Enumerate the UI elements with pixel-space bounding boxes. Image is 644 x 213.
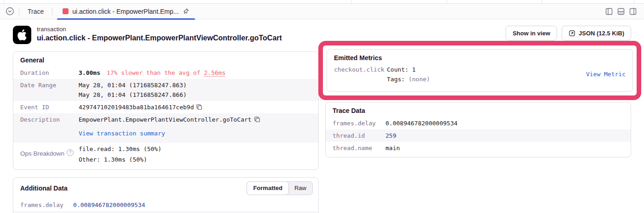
date-range-end: May 28, 01:04 (1716858247.866)	[79, 90, 311, 100]
show-in-view-button[interactable]: Show in view	[506, 26, 557, 40]
show-in-view-label: Show in view	[512, 30, 550, 37]
row-frames-delay: frames.delay 0.008946782000009534	[13, 199, 318, 211]
metric-name: checkout.click	[334, 65, 387, 75]
thread-id-key: thread.id	[333, 131, 385, 140]
column-divider	[351, 0, 352, 3]
column-divider	[542, 0, 542, 3]
event-id-value: 429747102019483ba81ba164617ceb9d	[79, 104, 194, 111]
layout-bottom-icon	[617, 8, 625, 15]
chevron-down-circle-icon	[6, 7, 14, 16]
row-ops-breakdown: Ops Breakdown ? file.read: 1.30ms (50%) …	[13, 143, 318, 167]
column-divider	[634, 0, 634, 3]
column-divider	[447, 0, 447, 3]
additional-data-title: Additional Data	[20, 185, 68, 192]
right-column: Emitted Metrics checkout.click Count: 1 …	[325, 51, 631, 157]
drawer-layout-controls	[605, 8, 637, 15]
view-transaction-summary-link[interactable]: View transaction summary	[79, 130, 165, 137]
date-range-key: Date Range	[20, 80, 79, 100]
additional-data-card: Additional Data Formatted Raw frames.del…	[13, 177, 319, 213]
description-key: Description	[20, 115, 79, 138]
dock-left-button[interactable]	[605, 8, 613, 15]
row-thread-id: thread.id 259	[13, 211, 318, 213]
general-card: General Duration 3.00ms17% slower than t…	[13, 51, 319, 170]
general-title: General	[13, 52, 318, 67]
layout-right-icon	[629, 8, 637, 15]
emitted-metrics-card: Emitted Metrics checkout.click Count: 1 …	[327, 49, 633, 92]
row-description: Description EmpowerPlant.EmpowerPlantVie…	[13, 113, 318, 143]
trace-data-title: Trace Data	[326, 102, 631, 117]
page-title: ui.action.click - EmpowerPlant.EmpowerPl…	[37, 34, 282, 42]
json-download-button[interactable]: JSON (12.5 KiB)	[562, 26, 631, 40]
emitted-metrics-title: Emitted Metrics	[327, 50, 632, 64]
frames-delay-value: 0.008946782000009534	[385, 118, 624, 128]
format-toggle: Formatted Raw	[247, 181, 313, 195]
view-metric-link[interactable]: View Metric	[586, 70, 626, 79]
row-frames-delay: frames.delay 0.008946782000009534	[326, 117, 631, 129]
row-duration: Duration 3.00ms17% slower than the avg o…	[13, 67, 318, 79]
event-type-label: transaction	[37, 26, 282, 33]
ops-breakdown-file-read: file.read: 1.30ms (50%)	[79, 144, 311, 155]
event-id-key: Event ID	[20, 102, 79, 112]
duration-key: Duration	[20, 68, 79, 78]
tab-transaction-active[interactable]: ui.action.click - EmpowerPlant.Emp...	[57, 4, 195, 19]
row-thread-id: thread.id 259	[326, 129, 631, 142]
help-icon[interactable]: ?	[67, 149, 74, 156]
raw-toggle-option[interactable]: Raw	[288, 182, 312, 195]
annotation-highlight: Emitted Metrics checkout.click Count: 1 …	[318, 41, 641, 100]
copy-icon	[196, 104, 202, 110]
row-date-range: Date Range May 28, 01:04 (1716858247.863…	[13, 79, 318, 101]
duration-avg-value[interactable]: 2.56ms	[204, 69, 225, 76]
collapse-drawer-button[interactable]	[6, 7, 14, 16]
thread-name-key: thread.name	[333, 143, 385, 153]
tab-divider	[19, 8, 19, 15]
duration-value: 3.00ms	[79, 69, 100, 76]
thread-id-value: 259	[385, 131, 624, 140]
tab-label: ui.action.click - EmpowerPlant.Emp...	[72, 8, 178, 15]
dock-bottom-button[interactable]	[617, 8, 625, 15]
date-range-start: May 28, 01:04 (1716858247.863)	[79, 80, 311, 90]
row-thread-name: thread.name main	[326, 142, 631, 154]
copy-icon	[254, 116, 260, 123]
ops-breakdown-key: Ops Breakdown	[20, 149, 64, 159]
copy-event-id-button[interactable]	[196, 104, 202, 110]
frames-delay-value: 0.008946782000009534	[73, 200, 311, 210]
dock-right-button[interactable]	[629, 8, 637, 15]
tab-divider	[52, 8, 52, 15]
left-column: General Duration 3.00ms17% slower than t…	[13, 51, 319, 213]
trace-data-card: Trace Data frames.delay 0.00894678200000…	[325, 102, 631, 157]
copy-description-button[interactable]	[254, 116, 260, 123]
pin-tab-button[interactable]	[182, 8, 190, 15]
layout-left-icon	[605, 8, 613, 15]
drawer-tab-bar: Trace ui.action.click - EmpowerPlant.Emp…	[0, 4, 644, 19]
platform-badge	[13, 26, 31, 44]
row-checkout-click: checkout.click Count: 1 Tags: (none) Vie…	[327, 64, 632, 89]
ops-breakdown-other: Other: 1.30ms (50%)	[79, 155, 311, 165]
description-value: EmpowerPlant.EmpowerPlantViewController.…	[79, 116, 252, 123]
transaction-color-swatch	[63, 8, 69, 14]
column-divider	[4, 0, 4, 3]
row-event-id: Event ID 429747102019483ba81ba164617ceb9…	[13, 101, 318, 113]
tags-value: (none)	[408, 76, 430, 83]
tags-label: Tags:	[387, 76, 408, 83]
duration-comparison: 17% slower than the avg of	[107, 69, 204, 76]
frames-delay-key: frames.delay	[333, 118, 385, 128]
formatted-toggle-option[interactable]: Formatted	[247, 181, 289, 195]
external-link-icon	[569, 30, 575, 37]
pin-icon	[181, 6, 191, 17]
apple-icon	[17, 29, 28, 40]
tab-trace[interactable]: Trace	[24, 8, 47, 15]
count-value: 1	[412, 66, 416, 73]
thread-name-value: main	[385, 143, 624, 153]
json-button-label: JSON (12.5 KiB)	[579, 30, 624, 37]
frames-delay-key: frames.delay	[20, 200, 73, 210]
count-label: Count:	[387, 66, 412, 73]
